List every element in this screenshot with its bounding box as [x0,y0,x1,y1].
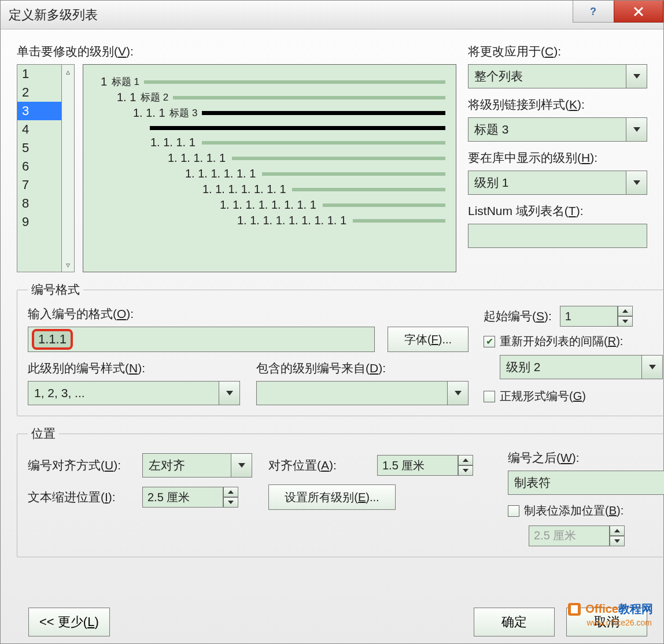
start-at-label: 起始编号(S): [484,308,552,324]
chevron-down-icon [219,382,239,405]
level-item-7[interactable]: 7 [17,176,61,194]
office-logo-icon [567,602,582,617]
align-at-spinner[interactable]: 1.5 厘米 [377,455,493,476]
restart-checkbox[interactable]: ✔ 重新开始列表的间隔(R): [484,334,623,349]
font-button[interactable]: 字体(F)... [388,327,469,352]
number-format-value: 1.1.1 [32,329,73,350]
level-item-3[interactable]: 3 [17,102,61,120]
preview-line: 1. 1. 1. 1. 1. 1. 1. 1 [94,198,445,212]
watermark-url: www.office26.com [586,618,652,627]
less-button[interactable]: << 更少(L) [28,608,110,636]
spin-up-icon[interactable] [618,306,633,316]
apply-to-label: 将更改应用于(C): [468,43,561,60]
follow-select[interactable]: 制表符 [508,471,664,495]
preview-line: 1. 1. 1 标题 3 [94,106,445,120]
chevron-down-icon [626,171,647,194]
level-item-9[interactable]: 9 [17,213,61,231]
number-format-group: 编号格式 输入编号的格式(O): 1.1.1 字体(F)... [17,282,664,416]
text-indent-spinner[interactable]: 2.5 厘米 [142,487,258,508]
close-button[interactable] [614,1,663,23]
set-all-levels-button[interactable]: 设置所有级别(E)... [268,484,396,510]
svg-text:?: ? [590,6,596,17]
text-indent-label: 文本缩进位置(I): [28,489,132,505]
level-item-2[interactable]: 2 [17,83,61,102]
level-item-4[interactable]: 4 [17,120,61,139]
number-format-legend: 编号格式 [28,282,83,298]
title-bar: 定义新多级列表 ? [1,1,663,29]
link-style-label: 将级别链接到样式(K): [468,97,585,113]
level-scrollbar[interactable]: ▵ ▿ [61,65,74,272]
spin-up-icon[interactable] [458,455,473,465]
preview-line: 1 标题 1 [94,75,445,88]
spin-up-icon[interactable] [223,487,238,497]
num-style-label: 此级别的编号样式(N): [28,360,145,376]
spin-down-icon [610,536,625,546]
checkbox-icon [484,391,495,402]
align-label: 编号对齐方式(U): [28,457,132,473]
spin-up-icon [610,525,625,536]
preview-line: 1. 1 标题 2 [94,91,445,104]
align-at-label: 对齐位置(A): [268,457,367,473]
preview-line [94,122,445,134]
chevron-down-icon [447,382,468,405]
listnum-input[interactable] [468,224,647,248]
start-at-spinner[interactable]: 1 [560,306,633,327]
tab-add-spinner: 2.5 厘米 [529,525,664,546]
legal-checkbox[interactable]: 正规形式编号(G) [484,388,586,404]
scroll-up-icon: ▵ [66,67,70,76]
level-listbox[interactable]: 123456789 ▵ ▿ [17,64,75,272]
preview-line: 1. 1. 1. 1. 1. 1 [94,167,445,180]
chevron-down-icon [231,454,252,477]
spin-down-icon[interactable] [458,465,473,476]
level-item-8[interactable]: 8 [17,194,61,213]
level-item-6[interactable]: 6 [17,157,61,176]
close-icon [632,5,645,18]
help-icon: ? [588,6,599,17]
listnum-label: ListNum 域列表名(T): [468,203,584,219]
preview-pane: 1 标题 1 1. 1 标题 2 1. 1. 1 标题 3 1. 1. 1. 1… [83,64,456,272]
position-legend: 位置 [28,425,59,442]
svg-rect-2 [571,605,578,613]
show-gallery-label: 要在库中显示的级别(H): [468,150,597,166]
include-from-select[interactable] [256,381,469,405]
dialog-window: 定义新多级列表 ? 单击要修改的级别(V): 123456789 ▵ [0,0,664,644]
tab-add-checkbox[interactable]: 制表位添加位置(B): [508,503,624,519]
preview-line: 1. 1. 1. 1 [94,136,445,149]
num-style-select[interactable]: 1, 2, 3, ... [28,381,240,405]
click-level-label: 单击要修改的级别(V): [17,43,134,60]
spin-down-icon[interactable] [223,497,238,508]
spin-down-icon[interactable] [618,316,633,327]
chevron-down-icon [626,118,647,141]
chevron-down-icon [626,65,647,88]
checkbox-checked-icon: ✔ [484,336,495,347]
preview-line: 1. 1. 1. 1. 1 [94,151,445,165]
dialog-title: 定义新多级列表 [9,6,98,24]
restart-level-select[interactable]: 级别 2 [500,355,663,379]
enter-format-label: 输入编号的格式(O): [28,306,134,322]
help-button[interactable]: ? [573,1,614,23]
follow-label: 编号之后(W): [508,450,580,466]
level-item-5[interactable]: 5 [17,139,61,157]
link-style-select[interactable]: 标题 3 [468,117,647,142]
show-gallery-select[interactable]: 级别 1 [468,171,647,195]
preview-line: 1. 1. 1. 1. 1. 1. 1. 1. 1 [94,214,445,227]
scroll-down-icon: ▿ [66,260,70,269]
align-select[interactable]: 左对齐 [142,453,252,478]
apply-to-select[interactable]: 整个列表 [468,64,647,88]
dialog-footer: << 更少(L) 确定 取消 [1,608,663,636]
ok-button[interactable]: 确定 [474,608,555,636]
checkbox-icon [508,505,519,517]
number-format-input[interactable]: 1.1.1 [28,327,375,352]
include-from-label: 包含的级别编号来自(D): [256,360,386,376]
chevron-down-icon [641,356,662,379]
position-group: 位置 编号对齐方式(U): 左对齐 对齐位置(A): [17,425,664,557]
preview-line: 1. 1. 1. 1. 1. 1. 1 [94,183,445,196]
level-item-1[interactable]: 1 [17,65,61,83]
watermark: Office教程网 [567,601,653,617]
